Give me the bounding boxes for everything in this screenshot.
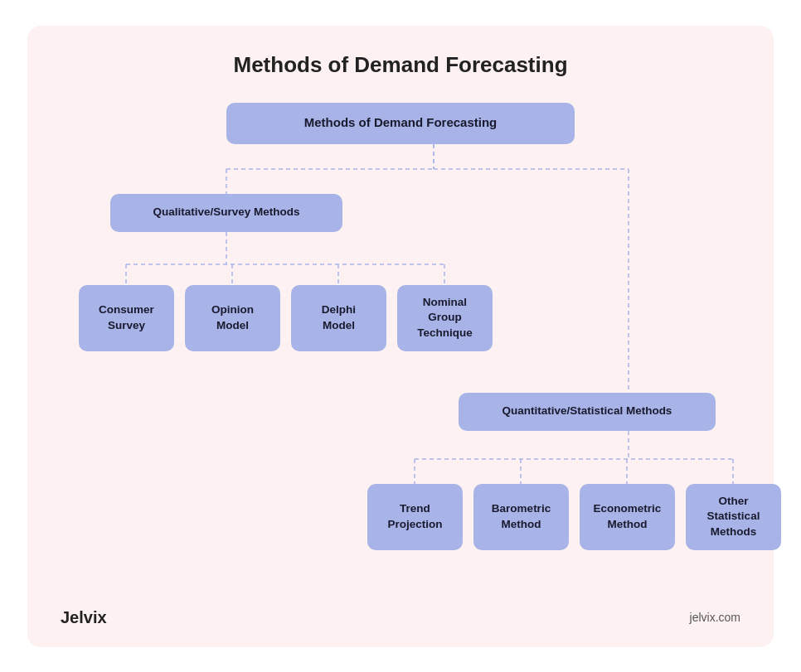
brand-right: jelvix.com	[690, 611, 740, 624]
nominal-group-box: NominalGroupTechnique	[397, 285, 493, 351]
consumer-survey-box: ConsumerSurvey	[79, 285, 174, 351]
delphi-model-box: DelphiModel	[291, 285, 386, 351]
barometric-method-box: BarometricMethod	[473, 484, 569, 550]
trend-projection-box: TrendProjection	[367, 484, 463, 550]
brand-left: Jelvix	[61, 608, 107, 627]
econometric-method-box: EconometricMethod	[580, 484, 675, 550]
qual-box: Qualitative/Survey Methods	[110, 194, 342, 232]
footer: Jelvix jelvix.com	[61, 608, 740, 627]
diagram: Methods of Demand Forecasting Qualitativ…	[61, 103, 740, 616]
root-box: Methods of Demand Forecasting	[226, 103, 575, 144]
other-statistical-methods-box: OtherStatisticalMethods	[686, 484, 781, 550]
page-title: Methods of Demand Forecasting	[61, 52, 740, 78]
main-card: Methods of Demand Forecasting	[27, 26, 774, 647]
quant-box: Quantitative/Statistical Methods	[459, 393, 716, 431]
opinion-model-box: OpinionModel	[185, 285, 280, 351]
